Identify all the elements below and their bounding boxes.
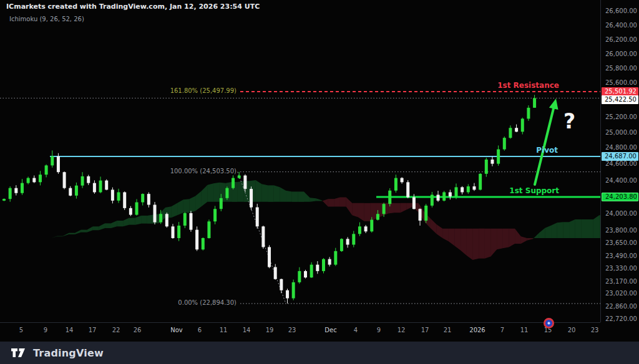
fib-161-label[interactable]: 161.80% (25,497.99) <box>170 87 237 94</box>
pivot-label[interactable]: Pivot <box>536 146 558 155</box>
time-tick: 5 <box>19 327 23 333</box>
ichimoku-cloud-segment <box>238 181 244 202</box>
ichimoku-cloud-segment <box>213 183 220 202</box>
ichimoku-cloud-segment <box>521 236 527 244</box>
candle-body <box>364 226 368 231</box>
candlestick-chart[interactable] <box>0 0 600 322</box>
price-tick: 22,720.00 <box>605 315 637 323</box>
candle-body <box>394 178 398 191</box>
tradingview-logo-icon[interactable] <box>11 347 27 358</box>
candle-body <box>280 279 283 290</box>
support-price-badge: 24,203.80 <box>602 193 638 201</box>
ichimoku-cloud-segment <box>195 191 202 211</box>
price-tick: 26,000.00 <box>605 50 637 59</box>
chart-panel[interactable]: ICmarkets created with TradingView.com, … <box>0 0 600 322</box>
ichimoku-cloud-segment <box>587 219 593 238</box>
candle-body <box>442 192 446 200</box>
candle-body <box>449 192 452 196</box>
ichimoku-cloud-segment <box>310 198 316 202</box>
indicator-label[interactable]: Ichimoku (9, 26, 52, 26) <box>9 16 84 22</box>
candle-body <box>45 165 48 175</box>
ichimoku-cloud-segment <box>268 185 274 202</box>
question-mark-annotation[interactable]: ? <box>563 109 575 133</box>
candle-body <box>21 183 24 193</box>
candle-body <box>39 175 42 182</box>
candle-body <box>111 189 114 200</box>
candle-body <box>298 271 301 282</box>
candle-body <box>195 230 198 250</box>
candle-body <box>388 191 391 204</box>
time-tick: 17 <box>421 327 429 333</box>
resistance-label[interactable]: 1st Resistance <box>497 81 559 90</box>
ichimoku-cloud-segment <box>261 184 268 202</box>
time-tick: 4 <box>354 327 358 333</box>
candle-body <box>292 282 295 299</box>
ichimoku-cloud-segment <box>461 229 467 256</box>
price-axis[interactable]: 25,501.92 25,422.50 24,687.00 24,203.80 … <box>600 0 639 322</box>
ichimoku-cloud-segment <box>322 199 328 206</box>
price-tick: 22,860.00 <box>605 302 637 311</box>
ichimoku-cloud-segment <box>569 219 575 238</box>
candle-body <box>322 259 325 271</box>
ichimoku-cloud-segment <box>472 229 479 260</box>
ichimoku-cloud-segment <box>207 183 213 202</box>
ichimoku-cloud-segment <box>183 199 190 213</box>
time-tick: 22 <box>112 327 120 333</box>
ichimoku-cloud-segment <box>364 203 371 221</box>
candle-body <box>527 108 530 119</box>
ichimoku-cloud-segment <box>575 219 582 238</box>
candle-body <box>352 234 355 244</box>
candle-body <box>81 176 84 186</box>
time-tick: 9 <box>44 327 47 333</box>
candle-body <box>431 194 434 205</box>
tradingview-chart-window: ICmarkets created with TradingView.com, … <box>0 0 639 364</box>
candle-body <box>232 178 235 188</box>
ichimoku-cloud-segment <box>352 203 358 218</box>
time-tick: Dec <box>324 327 336 333</box>
candle-body <box>383 204 386 214</box>
candle-body <box>455 187 458 196</box>
ichimoku-cloud-segment <box>509 229 515 247</box>
fib-100-label[interactable]: 100.00% (24,503.50) <box>170 168 237 175</box>
ichimoku-cloud-segment <box>394 203 401 213</box>
time-axis[interactable]: 5914172226Nov611141923Dec491217212026711… <box>0 322 600 342</box>
candle-body <box>69 188 72 196</box>
candle-body <box>316 265 319 271</box>
candle-body <box>123 192 126 208</box>
candle-body <box>177 226 180 238</box>
candle-body <box>57 156 60 173</box>
ichimoku-cloud-segment <box>401 203 407 213</box>
time-tick: 19 <box>266 327 274 333</box>
ichimoku-cloud-segment <box>533 233 539 239</box>
candle-body <box>406 182 409 197</box>
price-tick: 24,600.00 <box>605 160 637 168</box>
ichimoku-cloud-segment <box>75 230 81 234</box>
ichimoku-cloud-segment <box>274 185 280 202</box>
candle-body <box>461 187 464 192</box>
price-tick: 24,800.00 <box>605 143 637 152</box>
ichimoku-cloud-segment <box>81 230 87 232</box>
ichimoku-cloud-segment <box>99 223 105 230</box>
tradingview-brand[interactable]: TradingView <box>33 347 104 359</box>
ichimoku-cloud-segment <box>467 229 473 260</box>
last-price-badge: 25,422.50 <box>602 95 638 104</box>
ichimoku-cloud-segment <box>490 229 497 257</box>
price-tick: 26,400.00 <box>605 21 637 30</box>
candle-body <box>376 214 379 219</box>
ichimoku-cloud-segment <box>358 203 364 221</box>
candle-body <box>159 214 162 222</box>
economic-event-icon[interactable] <box>544 318 554 328</box>
candle-body <box>286 290 289 299</box>
ichimoku-cloud-segment <box>485 229 491 259</box>
ichimoku-cloud-segment <box>298 191 304 201</box>
candle-body <box>346 239 349 244</box>
ichimoku-cloud-segment <box>593 215 600 238</box>
time-tick: 11 <box>220 327 228 333</box>
support-label[interactable]: 1st Support <box>509 186 559 195</box>
candle-body <box>340 239 343 251</box>
candle-body <box>51 156 54 166</box>
price-tick: 23,330.00 <box>605 264 637 273</box>
candle-body <box>250 189 253 207</box>
fib-0-label[interactable]: 0.00% (22,894.30) <box>178 299 237 306</box>
ichimoku-cloud-segment <box>346 198 353 216</box>
